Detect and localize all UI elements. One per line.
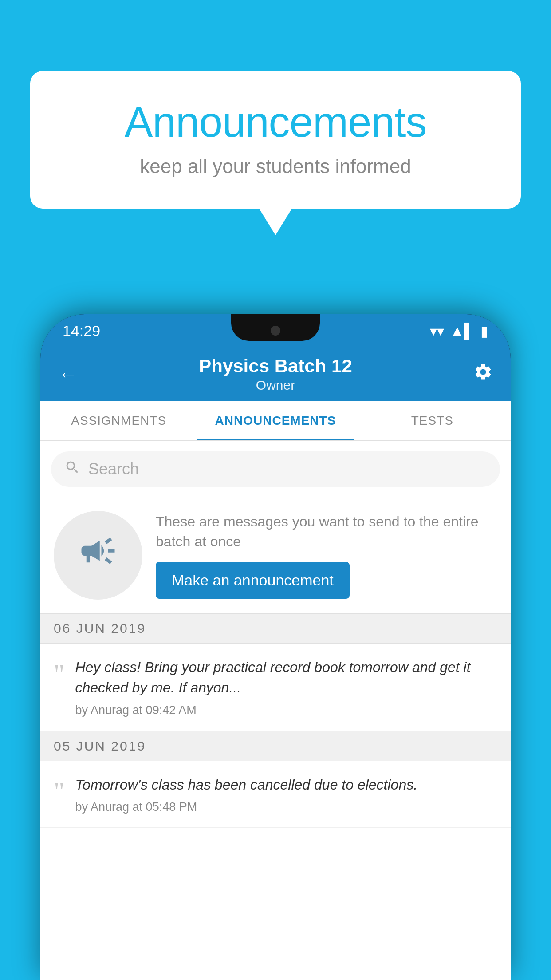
battery-icon: ▮	[480, 323, 488, 340]
status-time: 14:29	[63, 322, 100, 340]
prompt-description: These are messages you want to send to t…	[156, 512, 497, 552]
phone-notch	[231, 314, 320, 341]
announcements-subtitle: keep all your students informed	[66, 155, 485, 178]
announcement-item-2[interactable]: " Tomorrow's class has been cancelled du…	[40, 761, 511, 828]
app-bar: ← Physics Batch 12 Owner	[40, 348, 511, 401]
status-icons: ▾▾ ▲▌ ▮	[430, 323, 488, 340]
tab-announcements[interactable]: ANNOUNCEMENTS	[197, 401, 354, 440]
announcement-content-1: Hey class! Bring your practical record b…	[75, 657, 498, 717]
speech-bubble: Announcements keep all your students inf…	[30, 71, 521, 209]
quote-icon-2: "	[54, 778, 65, 805]
wifi-icon: ▾▾	[430, 323, 444, 340]
app-bar-subtitle: Owner	[199, 378, 352, 393]
announcement-meta-1: by Anurag at 09:42 AM	[75, 703, 498, 717]
announcement-text-2: Tomorrow's class has been cancelled due …	[75, 775, 498, 795]
megaphone-icon	[78, 531, 118, 580]
notch-camera	[271, 326, 280, 336]
content-area: Search These are messages you want to se…	[40, 441, 511, 980]
tab-bar: ASSIGNMENTS ANNOUNCEMENTS TESTS	[40, 401, 511, 441]
announcement-item-1[interactable]: " Hey class! Bring your practical record…	[40, 644, 511, 731]
date-separator-2: 05 JUN 2019	[40, 731, 511, 761]
app-bar-title-group: Physics Batch 12 Owner	[199, 356, 352, 393]
date-separator-1: 06 JUN 2019	[40, 613, 511, 644]
announcement-prompt: These are messages you want to send to t…	[40, 498, 511, 613]
announcements-title: Announcements	[66, 98, 485, 146]
phone-frame: 14:29 ▾▾ ▲▌ ▮ ← Physics Batch 12 Owner A…	[40, 314, 511, 980]
tab-tests[interactable]: TESTS	[354, 401, 511, 440]
announcement-text-1: Hey class! Bring your practical record b…	[75, 657, 498, 698]
prompt-right: These are messages you want to send to t…	[156, 512, 497, 599]
tab-assignments[interactable]: ASSIGNMENTS	[40, 401, 197, 440]
search-icon	[64, 459, 80, 479]
settings-button[interactable]	[473, 362, 493, 386]
app-bar-title: Physics Batch 12	[199, 356, 352, 377]
announcement-content-2: Tomorrow's class has been cancelled due …	[75, 775, 498, 814]
search-bar[interactable]: Search	[51, 451, 500, 487]
make-announcement-button[interactable]: Make an announcement	[156, 562, 350, 599]
announcement-meta-2: by Anurag at 05:48 PM	[75, 800, 498, 814]
speech-bubble-container: Announcements keep all your students inf…	[30, 71, 521, 209]
search-placeholder: Search	[88, 460, 139, 478]
signal-icon: ▲▌	[450, 323, 474, 339]
back-button[interactable]: ←	[58, 363, 78, 385]
megaphone-circle	[54, 511, 142, 600]
quote-icon-1: "	[54, 660, 65, 687]
